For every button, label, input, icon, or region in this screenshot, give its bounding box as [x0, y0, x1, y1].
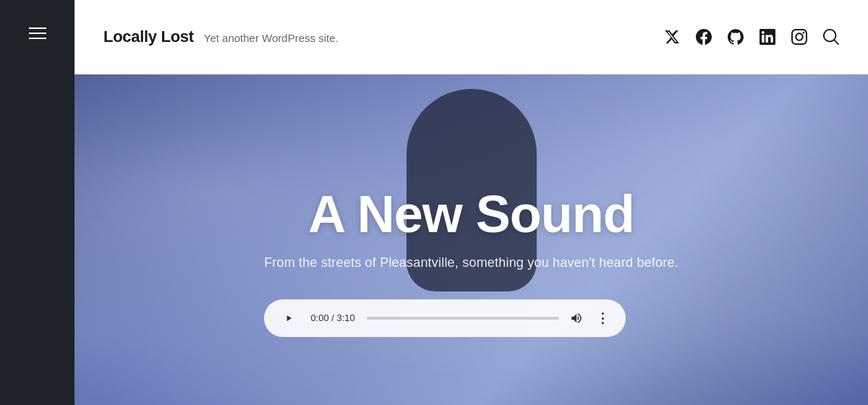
audio-player: 0:00 / 3:10 ⋮	[264, 299, 626, 337]
twitter-icon[interactable]	[664, 29, 680, 45]
play-button[interactable]	[278, 308, 299, 328]
site-tagline: Yet another WordPress site.	[204, 32, 339, 44]
site-title: Locally Lost	[103, 27, 194, 46]
facebook-icon[interactable]	[696, 29, 712, 45]
audio-time: 0:00 / 3:10	[307, 312, 358, 323]
hero-content: A New Sound From the streets of Pleasant…	[264, 186, 678, 336]
github-icon[interactable]	[728, 29, 744, 45]
hero-subtitle: From the streets of Pleasantville, somet…	[264, 255, 678, 270]
more-options-icon[interactable]: ⋮	[594, 310, 611, 327]
hero-section: A New Sound From the streets of Pleasant…	[75, 74, 868, 405]
search-icon[interactable]	[823, 29, 839, 45]
hero-title: A New Sound	[264, 186, 678, 243]
site-header: Locally Lost Yet another WordPress site.	[75, 0, 868, 74]
header-nav-icons	[664, 29, 839, 45]
menu-button[interactable]	[29, 27, 46, 39]
linkedin-icon[interactable]	[760, 29, 775, 45]
brand-area: Locally Lost Yet another WordPress site.	[103, 27, 664, 46]
instagram-icon[interactable]	[791, 29, 807, 45]
main-content: Locally Lost Yet another WordPress site.	[75, 0, 868, 405]
sidebar	[0, 0, 75, 405]
volume-icon[interactable]	[568, 310, 585, 327]
progress-bar[interactable]	[367, 317, 559, 320]
